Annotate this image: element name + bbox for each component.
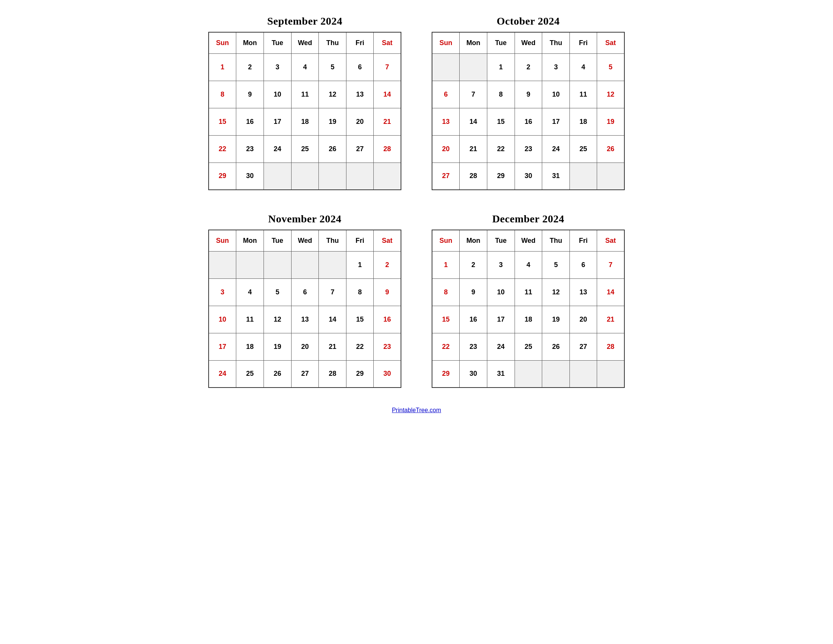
cal-cell: 26: [264, 360, 291, 388]
cal-cell: 1: [209, 53, 236, 80]
cal-cell: 20: [291, 333, 319, 360]
cal-cell: 14: [319, 306, 346, 333]
cal-cell: 15: [432, 306, 460, 333]
cal-cell: [597, 163, 624, 190]
cal-cell: [432, 53, 460, 80]
cal-cell: 3: [487, 251, 515, 279]
cal-cell: 12: [319, 80, 346, 108]
cal-cell: [374, 163, 401, 190]
col-header-sat: Sat: [597, 230, 624, 251]
col-header-fri: Fri: [570, 32, 597, 53]
cal-cell: 2: [460, 251, 487, 279]
cal-cell: 26: [319, 135, 346, 163]
cal-cell: 14: [460, 108, 487, 135]
cal-cell: 11: [570, 80, 597, 108]
cal-cell: 6: [432, 80, 460, 108]
cal-cell: 17: [542, 108, 570, 135]
cal-cell: 3: [264, 53, 291, 80]
cal-cell: 9: [515, 80, 542, 108]
cal-cell: 1: [346, 251, 374, 279]
calendar-title-dec2024: December 2024: [492, 213, 564, 225]
col-header-sun: Sun: [432, 32, 460, 53]
cal-cell: 7: [597, 251, 624, 279]
cal-cell: 7: [460, 80, 487, 108]
cal-cell: 10: [487, 279, 515, 306]
col-header-fri: Fri: [570, 230, 597, 251]
cal-cell: 13: [346, 80, 374, 108]
cal-cell: 24: [264, 135, 291, 163]
cal-cell: 31: [542, 163, 570, 190]
cal-cell: 4: [570, 53, 597, 80]
cal-cell: 4: [236, 279, 264, 306]
cal-cell: 10: [542, 80, 570, 108]
col-header-sat: Sat: [374, 230, 401, 251]
cal-cell: 30: [460, 360, 487, 388]
col-header-wed: Wed: [515, 230, 542, 251]
cal-cell: 29: [487, 163, 515, 190]
calendar-table-sep2024: SunMonTueWedThuFriSat1234567891011121314…: [208, 32, 401, 190]
cal-cell: [346, 163, 374, 190]
cal-cell: 24: [487, 333, 515, 360]
cal-cell: 25: [236, 360, 264, 388]
cal-cell: 21: [319, 333, 346, 360]
cal-cell: 18: [570, 108, 597, 135]
calendar-title-nov2024: November 2024: [268, 213, 341, 225]
col-header-tue: Tue: [487, 32, 515, 53]
col-header-mon: Mon: [236, 32, 264, 53]
cal-cell: 18: [236, 333, 264, 360]
calendar-title-sep2024: September 2024: [267, 15, 343, 27]
col-header-wed: Wed: [515, 32, 542, 53]
cal-cell: 22: [346, 333, 374, 360]
calendar-title-oct2024: October 2024: [497, 15, 560, 27]
footer-link[interactable]: PrintableTree.com: [392, 407, 441, 414]
cal-cell: 9: [236, 80, 264, 108]
cal-cell: 16: [236, 108, 264, 135]
cal-cell: 9: [460, 279, 487, 306]
calendars-grid: September 2024SunMonTueWedThuFriSat12345…: [208, 15, 625, 388]
cal-cell: 12: [597, 80, 624, 108]
cal-cell: 14: [374, 80, 401, 108]
cal-cell: 3: [209, 279, 236, 306]
cal-cell: [236, 251, 264, 279]
cal-cell: 4: [291, 53, 319, 80]
cal-cell: 20: [346, 108, 374, 135]
cal-cell: 16: [460, 306, 487, 333]
cal-cell: 11: [236, 306, 264, 333]
cal-cell: 12: [264, 306, 291, 333]
cal-cell: 5: [264, 279, 291, 306]
calendar-block-dec2024: December 2024SunMonTueWedThuFriSat123456…: [432, 213, 625, 388]
col-header-thu: Thu: [542, 32, 570, 53]
cal-cell: 29: [209, 163, 236, 190]
cal-cell: 26: [597, 135, 624, 163]
cal-cell: 5: [542, 251, 570, 279]
calendar-table-dec2024: SunMonTueWedThuFriSat1234567891011121314…: [432, 230, 625, 388]
cal-cell: [209, 251, 236, 279]
col-header-tue: Tue: [264, 32, 291, 53]
cal-cell: 2: [374, 251, 401, 279]
cal-cell: [291, 251, 319, 279]
cal-cell: 6: [570, 251, 597, 279]
col-header-mon: Mon: [460, 230, 487, 251]
cal-cell: 19: [597, 108, 624, 135]
calendar-block-oct2024: October 2024SunMonTueWedThuFriSat1234567…: [432, 15, 625, 190]
cal-cell: 22: [209, 135, 236, 163]
cal-cell: 14: [597, 279, 624, 306]
cal-cell: 1: [487, 53, 515, 80]
cal-cell: 25: [291, 135, 319, 163]
col-header-thu: Thu: [319, 230, 346, 251]
cal-cell: 23: [460, 333, 487, 360]
cal-cell: [542, 360, 570, 388]
cal-cell: 17: [264, 108, 291, 135]
cal-cell: [460, 53, 487, 80]
col-header-fri: Fri: [346, 32, 374, 53]
col-header-sun: Sun: [209, 230, 236, 251]
cal-cell: 30: [515, 163, 542, 190]
cal-cell: 2: [236, 53, 264, 80]
cal-cell: 5: [319, 53, 346, 80]
cal-cell: 6: [291, 279, 319, 306]
cal-cell: 11: [291, 80, 319, 108]
col-header-sun: Sun: [432, 230, 460, 251]
cal-cell: [570, 163, 597, 190]
cal-cell: 10: [209, 306, 236, 333]
col-header-fri: Fri: [346, 230, 374, 251]
